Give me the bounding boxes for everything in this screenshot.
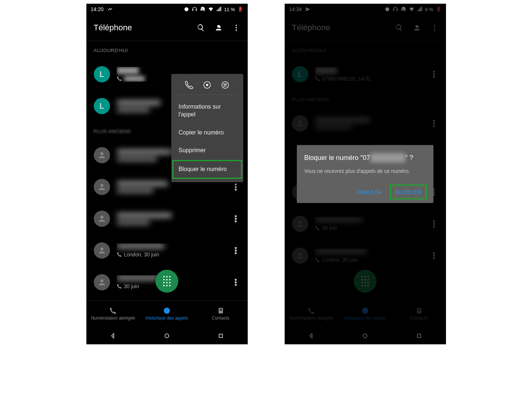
dnd-icon [200,6,206,12]
avatar: L [94,98,110,114]
missed-call-icon [107,6,113,12]
wifi-icon [208,6,214,12]
block-dialog: Bloquer le numéro "07xxxx xxxxxx" ? Vous… [297,145,433,203]
status-time: 14:20 [91,6,104,12]
nav-history[interactable]: Historique des appels [140,301,194,327]
menu-delete[interactable]: Supprimer [171,141,243,160]
phone-screenshot-right: 14:34 9 % Téléphone AUJOURD'HUI L Lxxxxx… [285,4,446,344]
clock-icon [163,307,171,314]
status-battery-text: 11 % [224,7,235,12]
menu-copy-number[interactable]: Copier le numéro [171,124,243,142]
cancel-button[interactable]: ANNULER [352,185,387,198]
avatar [94,274,110,290]
recents-button[interactable] [217,332,224,339]
app-header: Téléphone [86,15,248,41]
avatar [94,179,110,195]
dialog-message: Vous ne recevrez plus d'appels de ce num… [304,168,426,175]
dialpad-fab[interactable] [155,270,178,293]
call-icon[interactable] [185,81,193,89]
row-overflow-icon[interactable]: ••• [231,214,240,223]
menu-call-info[interactable]: Informations sur l'appel [171,98,243,124]
status-bar: 14:20 11 % [86,4,248,15]
dialog-title: Bloquer le numéro "07xxxx xxxxxx" ? [304,153,426,163]
video-icon[interactable] [203,81,212,89]
svg-point-3 [165,334,169,338]
avatar [94,242,110,259]
svg-rect-4 [219,334,222,338]
message-icon[interactable] [221,81,230,89]
call-row[interactable]: ••• [86,203,248,235]
phone-icon [109,307,117,314]
nav-contacts[interactable]: Contacts [194,301,248,327]
svg-point-1 [206,84,208,86]
system-nav [86,327,248,344]
menu-block-number[interactable]: Bloquer le numéro [173,160,242,178]
alarm-icon [183,6,189,12]
contact-name: Lxxxxxx [117,67,240,74]
headphones-icon [192,6,198,12]
row-overflow-icon[interactable]: ••• [231,278,240,287]
section-today: AUJOURD'HUI [86,41,248,58]
context-menu: Informations sur l'appel Copier le numér… [171,74,243,182]
home-button[interactable] [164,332,170,339]
contacts-icon [217,307,224,314]
phone-screenshot-left: 14:20 11 % Téléphone AUJOURD'HUI L Lxxxx… [86,4,248,344]
avatar [94,211,110,227]
signal-icon [216,6,222,12]
phone-small-icon [117,252,122,257]
nav-speed-dial[interactable]: Numérotation abrégée [86,301,140,327]
page-title: Téléphone [94,23,132,33]
block-button[interactable]: BLOQUER [391,185,426,198]
phone-small-icon [117,76,122,81]
bottom-nav: Numérotation abrégée Historique des appe… [86,300,248,327]
phone-small-icon [117,284,122,289]
avatar: L [94,66,110,82]
row-overflow-icon[interactable]: ••• [231,246,240,255]
back-button[interactable] [110,332,116,339]
overflow-icon[interactable] [232,24,240,32]
avatar [94,147,110,163]
row-overflow-icon[interactable]: ••• [231,183,240,191]
call-subtext: London, 30 juin [117,252,231,258]
add-contact-icon[interactable] [214,24,223,32]
battery-low-icon [237,6,243,12]
call-row[interactable]: London, 30 juin ••• [86,235,248,266]
search-icon[interactable] [197,24,205,32]
